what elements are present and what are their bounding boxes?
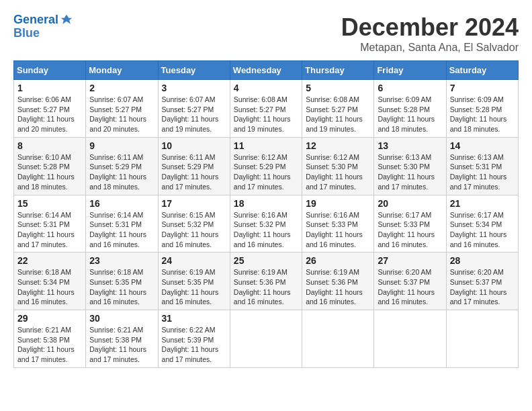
day-info: Sunrise: 6:09 AM Sunset: 5:28 PM Dayligh… <box>450 95 515 134</box>
day-number: 4 <box>234 83 298 93</box>
calendar-cell: 23Sunrise: 6:18 AM Sunset: 5:35 PM Dayli… <box>86 253 158 310</box>
day-number: 18 <box>234 198 298 209</box>
day-number: 27 <box>378 255 442 266</box>
header: General Blue December 2024 Metapan, Sant… <box>13 13 519 54</box>
day-info: Sunrise: 6:12 AM Sunset: 5:29 PM Dayligh… <box>234 152 298 192</box>
calendar-cell: 9Sunrise: 6:11 AM Sunset: 5:29 PM Daylig… <box>86 137 158 195</box>
calendar-cell: 19Sunrise: 6:16 AM Sunset: 5:33 PM Dayli… <box>302 195 374 253</box>
calendar-cell: 3Sunrise: 6:07 AM Sunset: 5:27 PM Daylig… <box>158 80 230 138</box>
title-area: December 2024 Metapan, Santa Ana, El Sal… <box>341 13 519 54</box>
calendar-cell <box>302 310 374 368</box>
calendar-cell: 13Sunrise: 6:13 AM Sunset: 5:30 PM Dayli… <box>374 137 446 195</box>
weekday-header-saturday: Saturday <box>446 61 518 80</box>
calendar-cell: 26Sunrise: 6:19 AM Sunset: 5:36 PM Dayli… <box>302 253 374 310</box>
weekday-header-row: SundayMondayTuesdayWednesdayThursdayFrid… <box>14 61 519 80</box>
day-info: Sunrise: 6:07 AM Sunset: 5:27 PM Dayligh… <box>89 95 154 134</box>
calendar-cell: 27Sunrise: 6:20 AM Sunset: 5:37 PM Dayli… <box>374 253 446 310</box>
calendar-cell: 10Sunrise: 6:11 AM Sunset: 5:29 PM Dayli… <box>158 137 230 195</box>
calendar-cell: 22Sunrise: 6:18 AM Sunset: 5:34 PM Dayli… <box>14 253 86 310</box>
day-info: Sunrise: 6:22 AM Sunset: 5:39 PM Dayligh… <box>162 325 226 365</box>
day-info: Sunrise: 6:10 AM Sunset: 5:28 PM Dayligh… <box>17 152 82 192</box>
month-title: December 2024 <box>341 13 519 42</box>
day-info: Sunrise: 6:17 AM Sunset: 5:34 PM Dayligh… <box>450 210 515 250</box>
calendar-week-row: 8Sunrise: 6:10 AM Sunset: 5:28 PM Daylig… <box>14 137 519 195</box>
calendar-week-row: 15Sunrise: 6:14 AM Sunset: 5:31 PM Dayli… <box>14 195 519 253</box>
day-info: Sunrise: 6:11 AM Sunset: 5:29 PM Dayligh… <box>89 152 154 192</box>
calendar-cell: 31Sunrise: 6:22 AM Sunset: 5:39 PM Dayli… <box>158 310 230 368</box>
calendar-cell <box>230 310 302 368</box>
day-number: 20 <box>378 198 442 209</box>
day-number: 30 <box>89 313 154 324</box>
day-number: 29 <box>17 313 82 324</box>
weekday-header-thursday: Thursday <box>302 61 374 80</box>
day-number: 21 <box>450 198 515 209</box>
day-info: Sunrise: 6:18 AM Sunset: 5:34 PM Dayligh… <box>17 267 82 307</box>
weekday-header-wednesday: Wednesday <box>230 61 302 80</box>
calendar-cell: 12Sunrise: 6:12 AM Sunset: 5:30 PM Dayli… <box>302 137 374 195</box>
calendar-cell: 28Sunrise: 6:20 AM Sunset: 5:37 PM Dayli… <box>446 253 518 310</box>
day-info: Sunrise: 6:16 AM Sunset: 5:33 PM Dayligh… <box>306 210 370 250</box>
calendar-week-row: 22Sunrise: 6:18 AM Sunset: 5:34 PM Dayli… <box>14 253 519 310</box>
day-number: 23 <box>89 255 154 266</box>
day-number: 3 <box>162 83 226 93</box>
calendar-cell: 21Sunrise: 6:17 AM Sunset: 5:34 PM Dayli… <box>446 195 518 253</box>
logo-icon <box>60 13 73 27</box>
day-number: 17 <box>162 198 226 209</box>
calendar-cell: 25Sunrise: 6:19 AM Sunset: 5:36 PM Dayli… <box>230 253 302 310</box>
day-number: 25 <box>234 255 298 266</box>
day-number: 22 <box>17 255 82 266</box>
day-info: Sunrise: 6:14 AM Sunset: 5:31 PM Dayligh… <box>17 210 82 250</box>
calendar-cell: 11Sunrise: 6:12 AM Sunset: 5:29 PM Dayli… <box>230 137 302 195</box>
day-number: 6 <box>378 83 442 93</box>
day-info: Sunrise: 6:16 AM Sunset: 5:32 PM Dayligh… <box>234 210 298 250</box>
day-number: 12 <box>306 140 370 151</box>
calendar-cell: 15Sunrise: 6:14 AM Sunset: 5:31 PM Dayli… <box>14 195 86 253</box>
day-number: 24 <box>162 255 226 266</box>
day-info: Sunrise: 6:13 AM Sunset: 5:31 PM Dayligh… <box>450 152 515 192</box>
calendar-cell: 2Sunrise: 6:07 AM Sunset: 5:27 PM Daylig… <box>86 80 158 138</box>
logo-text-blue: Blue <box>13 27 73 40</box>
day-number: 2 <box>89 83 154 93</box>
day-number: 8 <box>17 140 82 151</box>
weekday-header-sunday: Sunday <box>14 61 86 80</box>
calendar-cell: 16Sunrise: 6:14 AM Sunset: 5:31 PM Dayli… <box>86 195 158 253</box>
day-number: 5 <box>306 83 370 93</box>
day-number: 31 <box>162 313 226 324</box>
day-number: 28 <box>450 255 515 266</box>
calendar-table: SundayMondayTuesdayWednesdayThursdayFrid… <box>13 60 519 368</box>
calendar-cell: 7Sunrise: 6:09 AM Sunset: 5:28 PM Daylig… <box>446 80 518 138</box>
page-container: General Blue December 2024 Metapan, Sant… <box>13 13 519 368</box>
calendar-cell: 24Sunrise: 6:19 AM Sunset: 5:35 PM Dayli… <box>158 253 230 310</box>
day-info: Sunrise: 6:09 AM Sunset: 5:28 PM Dayligh… <box>378 95 442 134</box>
day-number: 9 <box>89 140 154 151</box>
calendar-cell: 1Sunrise: 6:06 AM Sunset: 5:27 PM Daylig… <box>14 80 86 138</box>
location-title: Metapan, Santa Ana, El Salvador <box>341 42 519 54</box>
logo-text-general: General <box>13 13 58 27</box>
calendar-cell: 6Sunrise: 6:09 AM Sunset: 5:28 PM Daylig… <box>374 80 446 138</box>
calendar-cell <box>374 310 446 368</box>
day-info: Sunrise: 6:06 AM Sunset: 5:27 PM Dayligh… <box>17 95 82 134</box>
day-info: Sunrise: 6:14 AM Sunset: 5:31 PM Dayligh… <box>89 210 154 250</box>
day-number: 13 <box>378 140 442 151</box>
day-number: 15 <box>17 198 82 209</box>
calendar-cell <box>446 310 518 368</box>
day-info: Sunrise: 6:11 AM Sunset: 5:29 PM Dayligh… <box>162 152 226 192</box>
day-info: Sunrise: 6:21 AM Sunset: 5:38 PM Dayligh… <box>17 325 82 365</box>
day-info: Sunrise: 6:08 AM Sunset: 5:27 PM Dayligh… <box>234 95 298 134</box>
calendar-cell: 5Sunrise: 6:08 AM Sunset: 5:27 PM Daylig… <box>302 80 374 138</box>
logo: General Blue <box>13 13 73 40</box>
day-info: Sunrise: 6:15 AM Sunset: 5:32 PM Dayligh… <box>162 210 226 250</box>
day-number: 16 <box>89 198 154 209</box>
calendar-cell: 20Sunrise: 6:17 AM Sunset: 5:33 PM Dayli… <box>374 195 446 253</box>
day-info: Sunrise: 6:18 AM Sunset: 5:35 PM Dayligh… <box>89 267 154 307</box>
day-number: 14 <box>450 140 515 151</box>
day-info: Sunrise: 6:13 AM Sunset: 5:30 PM Dayligh… <box>378 152 442 192</box>
calendar-cell: 17Sunrise: 6:15 AM Sunset: 5:32 PM Dayli… <box>158 195 230 253</box>
day-number: 11 <box>234 140 298 151</box>
day-number: 26 <box>306 255 370 266</box>
day-info: Sunrise: 6:08 AM Sunset: 5:27 PM Dayligh… <box>306 95 370 134</box>
day-number: 1 <box>17 83 82 93</box>
day-number: 7 <box>450 83 515 93</box>
day-info: Sunrise: 6:20 AM Sunset: 5:37 PM Dayligh… <box>450 267 515 307</box>
day-info: Sunrise: 6:17 AM Sunset: 5:33 PM Dayligh… <box>378 210 442 250</box>
